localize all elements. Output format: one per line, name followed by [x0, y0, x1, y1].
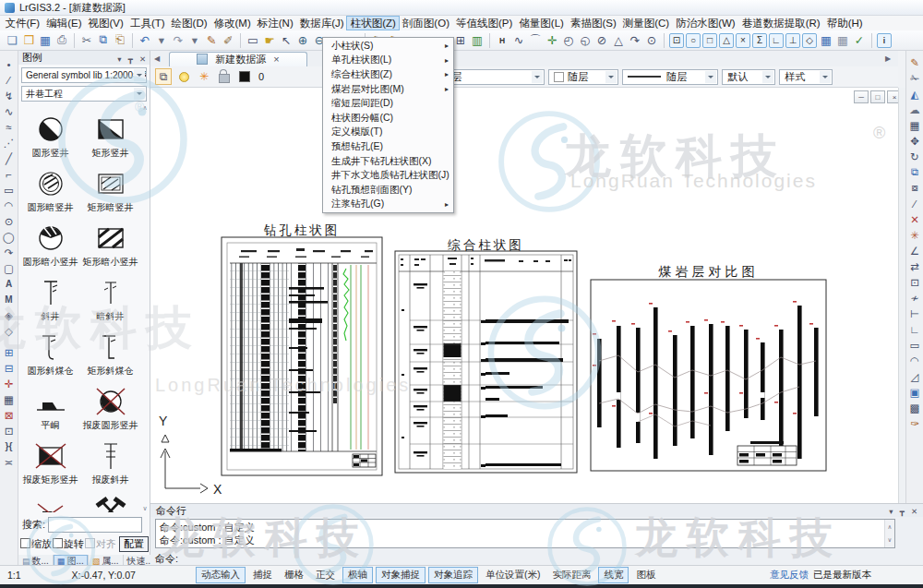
ellipse-tool-icon[interactable]: ◯: [1, 229, 17, 245]
command-prompt-label[interactable]: 命令:: [155, 553, 178, 564]
config-button[interactable]: 配置: [119, 536, 149, 552]
symbol-rect-shaft[interactable]: 矩形竖井: [81, 104, 140, 159]
reverse-tool-icon[interactable]: ⇄: [907, 258, 923, 274]
dynamic-input-toggle[interactable]: 动态输入: [196, 567, 246, 583]
command-scrollbar[interactable]: ∧ ∨: [884, 520, 894, 547]
command-history[interactable]: 命令:custom : 自定义 命令:custom : 自定义 ∧ ∨: [155, 519, 895, 548]
layer-visible-icon[interactable]: [175, 68, 192, 85]
tab-close-icon[interactable]: ×: [273, 54, 279, 65]
units-button[interactable]: 单位设置(米): [481, 568, 545, 582]
snap-grid-a-icon[interactable]: ▦: [819, 32, 834, 48]
doc-close-button[interactable]: ×: [887, 90, 898, 103]
match-brush-icon[interactable]: ✎: [204, 32, 220, 48]
clip-tool-icon[interactable]: ⊡: [907, 274, 923, 290]
dashed-line-icon[interactable]: ⋰: [1, 135, 17, 150]
pattern-tool-icon[interactable]: ◇: [1, 323, 17, 339]
menu-item-grouting-borehole[interactable]: 注浆钻孔(G)▸: [323, 198, 453, 212]
menu-roadway-extract[interactable]: 巷道数据提取(R): [738, 17, 823, 30]
extend-tool-icon[interactable]: ⊢: [907, 306, 923, 321]
symbol-circle-blind-shaft[interactable]: 圆形暗竖井: [21, 159, 80, 213]
menu-item-small-column[interactable]: 小柱状(S)▸: [323, 39, 453, 54]
grid-toggle[interactable]: 栅格: [280, 568, 308, 582]
lineweight-select[interactable]: 默认: [722, 69, 775, 85]
offset-tool-icon[interactable]: ⧇: [907, 180, 923, 196]
symbol-scrap-adit[interactable]: [21, 486, 80, 512]
menu-column-chart[interactable]: 柱状图(Z): [347, 17, 399, 30]
fillet-tool-icon[interactable]: ◠: [907, 353, 923, 368]
pickaxe-tool-icon[interactable]: ✑: [907, 415, 923, 431]
chamfer-tool-icon[interactable]: ◿: [907, 368, 923, 384]
node-add-icon[interactable]: ⊞: [1, 344, 17, 360]
symbol-rect-blind-shaft[interactable]: 矩形暗竖井: [81, 159, 140, 213]
otrack-toggle[interactable]: 对象追踪: [428, 567, 478, 583]
linetype-select[interactable]: 随层: [622, 69, 718, 85]
panel-close-icon[interactable]: ✕: [911, 507, 917, 516]
arc-fit-icon[interactable]: ↷: [628, 32, 643, 48]
triangle-net-icon[interactable]: △: [611, 32, 627, 48]
pan-icon[interactable]: ☛: [262, 32, 278, 48]
node-station-icon[interactable]: ⊡: [1, 423, 17, 438]
polar-toggle[interactable]: 极轴: [342, 567, 373, 583]
scroll-up-icon[interactable]: ∧: [142, 104, 147, 112]
menu-help[interactable]: 帮助(H): [823, 17, 866, 30]
delete-tool-icon[interactable]: ✕: [907, 211, 923, 227]
panel-close-icon[interactable]: ✕: [139, 54, 146, 64]
panel-collapse-icon[interactable]: ▾: [117, 54, 121, 64]
menu-item-predict-borehole[interactable]: 预想钻孔(E): [323, 139, 453, 154]
symbol-adit[interactable]: 平峒: [21, 377, 80, 431]
menu-section-chart[interactable]: 剖面图(O): [399, 17, 452, 30]
symbol-scrap-rect-shaft[interactable]: 报废矩形竖井: [21, 431, 80, 486]
snap-quadrant-icon[interactable]: □: [702, 33, 717, 48]
scroll-down-icon[interactable]: ∨: [888, 534, 893, 546]
explode-tool-icon[interactable]: ✳: [907, 227, 923, 243]
menu-contour-chart[interactable]: 等值线图(P): [452, 17, 515, 30]
open-file-icon[interactable]: ❒: [21, 32, 37, 48]
menu-item-underground-hydro-column[interactable]: 井下水文地质钻孔柱状图(J): [323, 168, 453, 183]
snap-extension-icon[interactable]: ×: [736, 33, 750, 48]
no-plot-icon[interactable]: ⊘: [594, 32, 610, 48]
info-icon[interactable]: i: [877, 33, 892, 48]
redo-dropdown-icon[interactable]: ▾: [187, 32, 203, 48]
menu-file[interactable]: 文件(F): [2, 17, 43, 30]
symbol-blind-incline-shaft[interactable]: 暗斜井: [81, 268, 140, 322]
snap-intersection-icon[interactable]: △: [719, 33, 734, 48]
menu-item-borehole-predict-section[interactable]: 钻孔预想剖面图(Y): [323, 183, 453, 198]
scroll-up-icon[interactable]: ∧: [888, 521, 893, 534]
menu-item-column-sheet[interactable]: 柱状图分幅(C): [323, 111, 453, 126]
redo-icon[interactable]: ↷: [171, 32, 186, 48]
menu-annotate[interactable]: 标注(N): [254, 17, 296, 30]
select-icon[interactable]: ↖: [279, 32, 294, 48]
copy-object-icon[interactable]: ⧉: [907, 164, 923, 180]
symbol-circle-shaft[interactable]: 圆形竖井: [21, 104, 80, 159]
layer-add-icon[interactable]: ▥: [470, 32, 485, 48]
menu-database[interactable]: 数据库(J): [296, 17, 347, 30]
center-point-icon[interactable]: ⊙: [644, 32, 660, 48]
clock-cw-icon[interactable]: ◴: [561, 32, 577, 48]
point-tool-icon[interactable]: •: [1, 56, 17, 72]
corner-tool-icon[interactable]: ∟: [907, 321, 923, 337]
panel-pin-icon[interactable]: ┳: [128, 54, 133, 64]
measure-angle-icon[interactable]: ∿: [511, 32, 527, 48]
spline-tool-icon[interactable]: ∿: [1, 103, 17, 119]
trim-tool-icon[interactable]: ≁: [907, 290, 923, 306]
align-tool-icon[interactable]: ≍: [1, 454, 17, 470]
undo-icon[interactable]: ↶: [138, 32, 153, 48]
layer-lock-icon[interactable]: [216, 68, 233, 85]
circle-tool-icon[interactable]: ⊙: [1, 213, 17, 229]
search-input[interactable]: [48, 517, 142, 533]
polygon-tool-icon[interactable]: ⌐: [1, 166, 17, 182]
save-file-icon[interactable]: ▦: [38, 32, 54, 48]
menu-draw[interactable]: 绘图(D): [168, 17, 210, 30]
snap-insertion-icon[interactable]: Σ: [752, 33, 767, 48]
layer-freeze-icon[interactable]: ✳: [196, 68, 212, 85]
measure-width-icon[interactable]: H: [495, 32, 510, 48]
sketch-pen-icon[interactable]: ✐: [221, 32, 236, 48]
board-toggle[interactable]: 图板: [631, 568, 660, 582]
style-select[interactable]: 样式: [779, 69, 833, 85]
symbol-circle-small-blind-shaft[interactable]: 圆形暗小竖井: [21, 213, 80, 268]
text-tool-icon[interactable]: A: [1, 276, 17, 292]
menu-item-coal-rock-compare[interactable]: 煤岩层对比图(M)▸: [323, 82, 453, 97]
panel-collapse-icon[interactable]: ▾: [889, 507, 893, 516]
segment-tool-icon[interactable]: ╱: [1, 150, 17, 166]
scale-checkbox[interactable]: 缩放: [20, 537, 52, 551]
